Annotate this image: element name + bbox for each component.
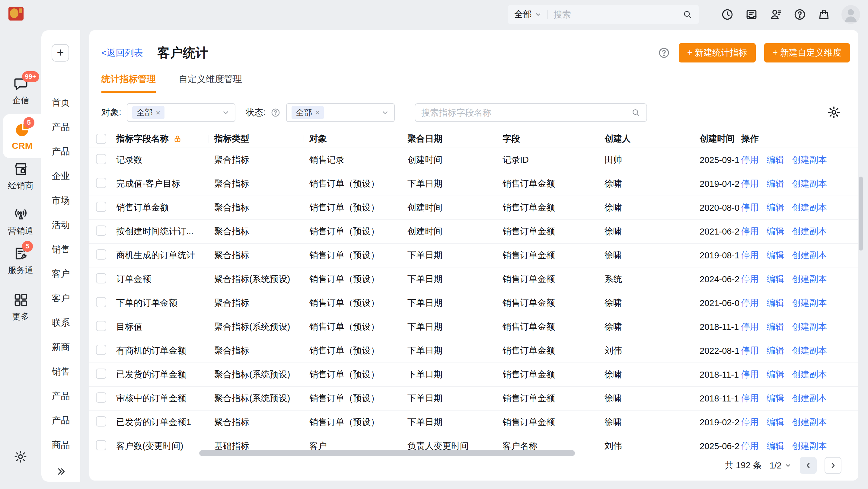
disable-link[interactable]: 停用 bbox=[741, 202, 759, 214]
row-checkbox[interactable] bbox=[96, 178, 106, 188]
sidebar-item-14[interactable]: 商品 bbox=[41, 433, 80, 457]
metric-search-input[interactable] bbox=[421, 108, 631, 118]
disable-link[interactable]: 停用 bbox=[741, 154, 759, 166]
edit-link[interactable]: 编辑 bbox=[767, 225, 784, 238]
new-dimension-button[interactable]: + 新建自定义维度 bbox=[764, 43, 850, 62]
row-checkbox[interactable] bbox=[96, 416, 106, 427]
edit-link[interactable]: 编辑 bbox=[767, 345, 784, 357]
prev-page-button[interactable] bbox=[800, 457, 817, 474]
sidebar-item-13[interactable]: 产品 bbox=[41, 408, 80, 433]
duplicate-link[interactable]: 创建副本 bbox=[792, 202, 827, 214]
app-store-icon[interactable] bbox=[817, 8, 831, 21]
global-search-input[interactable] bbox=[554, 10, 683, 20]
sidebar-item-6[interactable]: 销售 bbox=[41, 237, 80, 262]
duplicate-link[interactable]: 创建副本 bbox=[792, 154, 827, 166]
disable-link[interactable]: 停用 bbox=[741, 178, 759, 190]
disable-link[interactable]: 停用 bbox=[741, 321, 759, 333]
expand-sidebar-icon[interactable] bbox=[56, 466, 66, 477]
rail-item-CRM[interactable]: 5 CRM bbox=[3, 114, 41, 158]
contacts-icon[interactable] bbox=[769, 8, 782, 21]
sidebar-item-15[interactable]: 价目 bbox=[41, 457, 80, 462]
avatar[interactable] bbox=[841, 5, 860, 24]
col-header-agg-date[interactable]: 聚合日期 bbox=[407, 133, 502, 145]
sidebar-item-2[interactable]: 产品 bbox=[41, 140, 80, 164]
object-filter-select[interactable]: 全部 × bbox=[127, 103, 236, 122]
tab-dimension-management[interactable]: 自定义维度管理 bbox=[179, 73, 242, 93]
duplicate-link[interactable]: 创建副本 bbox=[792, 416, 827, 428]
col-header-name[interactable]: 指标字段名称 bbox=[116, 133, 214, 145]
history-icon[interactable] bbox=[721, 8, 734, 21]
col-header-created[interactable]: 创建时间 bbox=[700, 133, 741, 145]
duplicate-link[interactable]: 创建副本 bbox=[792, 225, 827, 238]
row-checkbox[interactable] bbox=[96, 225, 106, 236]
settings-gear-icon[interactable] bbox=[13, 450, 28, 464]
horizontal-scrollbar[interactable] bbox=[199, 450, 575, 456]
inbox-icon[interactable] bbox=[745, 8, 758, 21]
sidebar-item-3[interactable]: 企业 bbox=[41, 164, 80, 188]
row-checkbox[interactable] bbox=[96, 154, 106, 164]
edit-link[interactable]: 编辑 bbox=[767, 440, 784, 452]
edit-link[interactable]: 编辑 bbox=[767, 249, 784, 262]
edit-link[interactable]: 编辑 bbox=[767, 202, 784, 214]
disable-link[interactable]: 停用 bbox=[741, 249, 759, 262]
add-module-button[interactable]: + bbox=[52, 44, 69, 62]
sidebar-item-5[interactable]: 活动 bbox=[41, 213, 80, 237]
search-scope-select[interactable]: 全部 bbox=[514, 8, 542, 21]
edit-link[interactable]: 编辑 bbox=[767, 154, 784, 166]
disable-link[interactable]: 停用 bbox=[741, 225, 759, 238]
col-header-field[interactable]: 字段 bbox=[502, 133, 604, 145]
sidebar-item-4[interactable]: 市场 bbox=[41, 188, 80, 213]
row-checkbox[interactable] bbox=[96, 202, 106, 212]
sidebar-item-8[interactable]: 客户 bbox=[41, 286, 80, 311]
sidebar-item-11[interactable]: 销售 bbox=[41, 360, 80, 384]
column-settings-icon[interactable] bbox=[827, 105, 841, 119]
duplicate-link[interactable]: 创建副本 bbox=[792, 321, 827, 333]
row-checkbox[interactable] bbox=[96, 249, 106, 259]
edit-link[interactable]: 编辑 bbox=[767, 273, 784, 285]
search-icon[interactable] bbox=[683, 10, 692, 19]
row-checkbox[interactable] bbox=[96, 321, 106, 331]
edit-link[interactable]: 编辑 bbox=[767, 321, 784, 333]
edit-link[interactable]: 编辑 bbox=[767, 297, 784, 309]
select-all-checkbox[interactable] bbox=[96, 134, 106, 144]
edit-link[interactable]: 编辑 bbox=[767, 178, 784, 190]
global-search[interactable]: 全部 bbox=[508, 5, 699, 24]
rail-item-更多[interactable]: 更多 bbox=[0, 292, 41, 323]
back-to-list-link[interactable]: <返回列表 bbox=[101, 47, 143, 59]
row-checkbox[interactable] bbox=[96, 345, 106, 355]
disable-link[interactable]: 停用 bbox=[741, 416, 759, 428]
duplicate-link[interactable]: 创建副本 bbox=[792, 297, 827, 309]
duplicate-link[interactable]: 创建副本 bbox=[792, 249, 827, 262]
disable-link[interactable]: 停用 bbox=[741, 369, 759, 380]
sidebar-item-1[interactable]: 产品 bbox=[41, 115, 80, 140]
chip-remove-icon[interactable]: × bbox=[156, 108, 160, 117]
sidebar-item-7[interactable]: 客户 bbox=[41, 262, 80, 286]
row-checkbox[interactable] bbox=[96, 273, 106, 283]
col-header-object[interactable]: 对象 bbox=[309, 133, 407, 145]
metric-search-box[interactable] bbox=[415, 103, 647, 122]
rail-item-服务通[interactable]: 5 服务通 bbox=[0, 246, 41, 276]
vertical-scrollbar[interactable] bbox=[859, 177, 863, 250]
search-icon[interactable] bbox=[631, 108, 641, 117]
col-header-creator[interactable]: 创建人 bbox=[604, 133, 700, 145]
next-page-button[interactable] bbox=[825, 457, 841, 474]
edit-link[interactable]: 编辑 bbox=[767, 416, 784, 428]
status-filter-select[interactable]: 全部 × bbox=[286, 103, 395, 122]
status-help-icon[interactable] bbox=[271, 108, 281, 118]
disable-link[interactable]: 停用 bbox=[741, 440, 759, 452]
sidebar-item-0[interactable]: 首页 bbox=[41, 91, 80, 115]
duplicate-link[interactable]: 创建副本 bbox=[792, 345, 827, 357]
edit-link[interactable]: 编辑 bbox=[767, 392, 784, 404]
row-checkbox[interactable] bbox=[96, 392, 106, 403]
help-icon[interactable] bbox=[793, 8, 806, 21]
duplicate-link[interactable]: 创建副本 bbox=[792, 440, 827, 452]
disable-link[interactable]: 停用 bbox=[741, 392, 759, 404]
disable-link[interactable]: 停用 bbox=[741, 345, 759, 357]
rail-item-企信[interactable]: 99+ 企信 bbox=[0, 76, 41, 106]
duplicate-link[interactable]: 创建副本 bbox=[792, 178, 827, 190]
page-select[interactable]: 1/2 bbox=[770, 461, 792, 470]
new-metric-button[interactable]: + 新建统计指标 bbox=[679, 43, 756, 62]
col-header-type[interactable]: 指标类型 bbox=[214, 133, 309, 145]
sidebar-item-12[interactable]: 产品 bbox=[41, 384, 80, 408]
chip-remove-icon[interactable]: × bbox=[315, 108, 320, 117]
